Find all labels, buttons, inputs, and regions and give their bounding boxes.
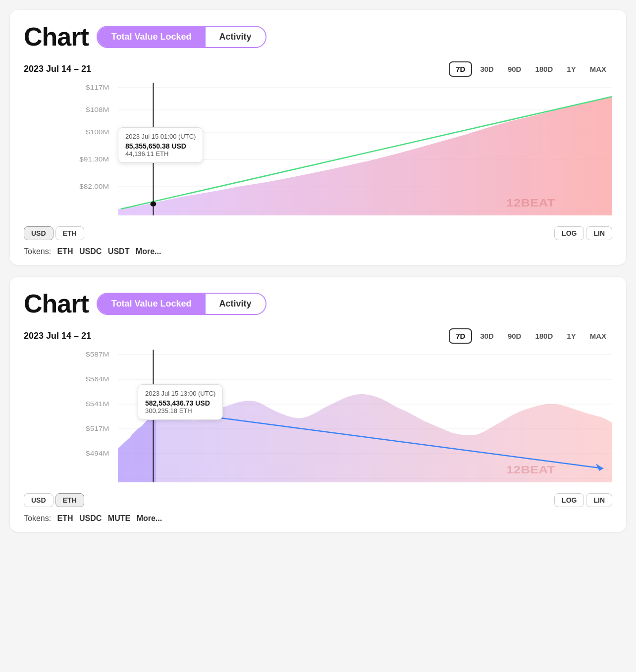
svg-text:12BEAT: 12BEAT [506,197,555,209]
token-usdt-1: USDT [108,247,130,256]
token-usdc-1: USDC [79,247,102,256]
svg-text:$108M: $108M [86,106,109,113]
chart-bottom-2: USD ETH LOG LIN [24,493,612,507]
chart-header-1: Chart Total Value Locked Activity [24,22,612,52]
period-1y-2[interactable]: 1Y [561,329,582,343]
period-1y-1[interactable]: 1Y [561,62,582,76]
period-7d-2[interactable]: 7D [449,328,472,344]
svg-point-13 [150,202,156,207]
chart-header-2: Chart Total Value Locked Activity [24,289,612,318]
chart-svg-1: $117M $108M $100M $91.30M $82.00M 12BEAT [24,83,612,221]
svg-text:$564M: $564M [86,375,109,383]
svg-text:$82.00M: $82.00M [79,183,109,190]
period-90d-2[interactable]: 90D [502,329,528,343]
chart-card-1: Chart Total Value Locked Activity 2023 J… [10,10,626,265]
date-range-row-2: 2023 Jul 14 – 21 7D 30D 90D 180D 1Y MAX [24,328,612,344]
period-7d-1[interactable]: 7D [449,61,472,77]
scale-lin-1[interactable]: LIN [586,226,612,240]
period-buttons-1: 7D 30D 90D 180D 1Y MAX [449,61,612,77]
tab-group-2: Total Value Locked Activity [97,293,266,315]
period-90d-1[interactable]: 90D [502,62,528,76]
chart-title-1: Chart [24,22,89,52]
scale-log-1[interactable]: LOG [554,226,584,240]
chart-area-1: $117M $108M $100M $91.30M $82.00M 12BEAT… [24,83,612,221]
period-buttons-2: 7D 30D 90D 180D 1Y MAX [449,328,612,344]
period-180d-2[interactable]: 180D [529,329,559,343]
svg-text:$587M: $587M [86,351,109,358]
svg-text:$100M: $100M [86,128,109,136]
svg-text:$494M: $494M [86,450,109,457]
scale-log-2[interactable]: LOG [554,493,584,507]
currency-group-1: USD ETH [24,226,84,240]
token-eth-1: ETH [57,247,73,256]
scale-group-2: LOG LIN [554,493,612,507]
currency-eth-1[interactable]: ETH [55,226,84,240]
currency-usd-2[interactable]: USD [24,493,53,507]
scale-group-1: LOG LIN [554,226,612,240]
scale-lin-2[interactable]: LIN [586,493,612,507]
token-mute-2: MUTE [108,514,130,522]
chart-bottom-1: USD ETH LOG LIN [24,226,612,240]
svg-text:12BEAT: 12BEAT [506,464,555,476]
token-usdc-2: USDC [79,514,102,522]
period-max-1[interactable]: MAX [584,62,612,76]
tab-tvl-2[interactable]: Total Value Locked [98,294,206,314]
more-tokens-1[interactable]: More... [136,247,161,256]
date-range-row-1: 2023 Jul 14 – 21 7D 30D 90D 180D 1Y MAX [24,61,612,77]
svg-text:$117M: $117M [86,84,109,91]
currency-usd-1[interactable]: USD [24,226,53,240]
svg-point-29 [150,406,157,412]
tokens-label-2: Tokens: [24,514,51,522]
svg-text:$91.30M: $91.30M [79,155,109,163]
tab-tvl-1[interactable]: Total Value Locked [98,27,206,47]
date-range-1: 2023 Jul 14 – 21 [24,64,91,74]
tokens-label-1: Tokens: [24,247,51,256]
period-30d-2[interactable]: 30D [474,329,500,343]
tokens-row-1: Tokens: ETH USDC USDT More... [24,247,612,256]
period-180d-1[interactable]: 180D [529,62,559,76]
tokens-row-2: Tokens: ETH USDC MUTE More... [24,514,612,523]
token-eth-2: ETH [57,514,73,522]
date-range-2: 2023 Jul 14 – 21 [24,331,91,341]
period-30d-1[interactable]: 30D [474,62,500,76]
tab-activity-2[interactable]: Activity [206,294,265,314]
currency-eth-2[interactable]: ETH [55,493,84,507]
more-tokens-2[interactable]: More... [137,514,162,522]
svg-text:$541M: $541M [86,400,109,408]
chart-title-2: Chart [24,289,89,318]
tab-group-1: Total Value Locked Activity [97,26,266,48]
tab-activity-1[interactable]: Activity [206,27,265,47]
currency-group-2: USD ETH [24,493,84,507]
chart-area-2: $587M $564M $541M $517M $494M 12BEAT 202… [24,350,612,488]
svg-text:$517M: $517M [86,425,109,432]
chart-svg-2: $587M $564M $541M $517M $494M 12BEAT [24,350,612,488]
chart-card-2: Chart Total Value Locked Activity 2023 J… [10,277,626,532]
period-max-2[interactable]: MAX [584,329,612,343]
